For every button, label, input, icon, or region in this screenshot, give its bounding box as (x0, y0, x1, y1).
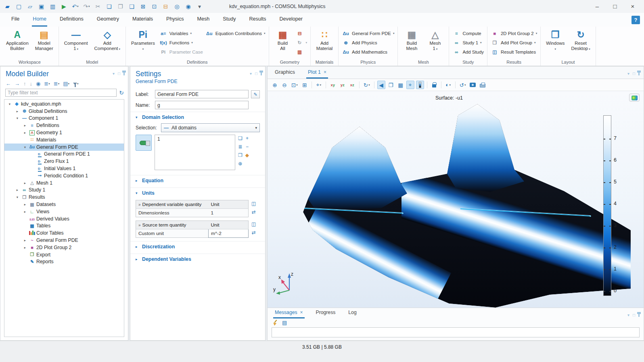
move-up-icon[interactable]: ↑ (23, 81, 26, 87)
build-all-button[interactable]: ▦BuildAll (272, 28, 293, 52)
chevron-right-icon[interactable]: ▸ (22, 181, 28, 185)
tree-item-initial-values-1[interactable]: DInitial Values 1 (4, 165, 124, 172)
tree-item-mesh-1[interactable]: ▸△Mesh 1 (4, 179, 124, 187)
surface-plot[interactable] (268, 91, 644, 308)
tree-item-views[interactable]: ▸∟Views (4, 208, 124, 215)
equation-contributions-button[interactable]: ΔuEquation Contributions▾ (205, 29, 266, 37)
tree-item-results[interactable]: ▾❐Results (4, 193, 124, 201)
tree-item-periodic-condition-1[interactable]: ⊸Periodic Condition 1 (4, 172, 124, 179)
tree-item-datasets[interactable]: ▸▦Datasets (4, 201, 124, 208)
zoom-box-button[interactable]: ⊡▾ (290, 81, 299, 89)
tree-item-general-form-pde[interactable]: ▾ΔuGeneral Form PDE (4, 144, 124, 151)
tree-item-geometry-1[interactable]: ▸AGeometry 1 (4, 129, 124, 136)
view-lock-button[interactable] (430, 81, 438, 89)
tree-item-reports[interactable]: ✎Reports (4, 258, 124, 266)
menu-definitions[interactable]: Definitions (59, 13, 84, 27)
parameter-case-button[interactable]: PiParameter Case (159, 48, 203, 56)
copy-button[interactable]: ❏ (106, 3, 113, 10)
go-to-default-view-button[interactable]: ⌖▾ (315, 81, 323, 89)
tree-item-general-form-pde[interactable]: ▸~General Form PDE (4, 237, 124, 244)
tree-item-materials[interactable]: ∷Materials (4, 136, 124, 144)
model-manager-button[interactable]: ▤ModelManager (33, 28, 55, 52)
zoom-in-button[interactable]: ⊕ (271, 81, 279, 89)
clear-selection-icon[interactable]: ◆ (245, 152, 249, 158)
reset-desktop-button[interactable]: ↻ResetDesktop ▾ (569, 28, 592, 52)
add-to-selection-icon[interactable]: + (246, 135, 249, 141)
source-term-quantity-table[interactable]: »Source term quantity Unit Custom unit m… (136, 221, 249, 238)
add-component-button[interactable]: ◇AddComponent ▾ (92, 28, 122, 52)
add-material-button[interactable]: ∷AddMaterial (314, 28, 335, 52)
windows-button[interactable]: ❐Windows ▾ (544, 28, 567, 52)
tree-item-tables[interactable]: ▦Tables (4, 223, 124, 230)
float-panel-icon[interactable]: □ (633, 313, 635, 317)
view-xz-button[interactable]: xz (348, 81, 356, 89)
menu-materials[interactable]: Materials (132, 13, 154, 27)
chevron-right-icon[interactable]: ▸ (22, 123, 28, 127)
compute-button[interactable]: =Compute (452, 29, 484, 37)
close-icon[interactable]: × (324, 69, 326, 75)
clear-selection-button[interactable]: ⊟ (162, 3, 169, 10)
insert-sequence-button[interactable]: ↻▾ (296, 38, 307, 47)
clear-messages-icon[interactable] (272, 320, 278, 325)
tab-messages[interactable]: Messages× (273, 308, 305, 318)
tree-item-kdv-equation-mph[interactable]: ▾◆kdv_equation.mph (4, 100, 124, 108)
quick-axes-button[interactable]: ⌖ (406, 81, 414, 89)
quick-colorbar-button[interactable] (416, 81, 424, 89)
select-box-button[interactable]: ⊡ (151, 3, 158, 10)
collapse-panel-icon[interactable]: ▾ (113, 71, 115, 76)
chevron-right-icon[interactable]: ▸ (15, 188, 20, 192)
create-selection-icon[interactable]: ❏ (238, 135, 243, 141)
menu-geometry[interactable]: Geometry (96, 13, 120, 27)
replace-unit-icon[interactable]: ⇄ (252, 209, 256, 215)
replace-unit-icon[interactable]: ⇄ (252, 230, 256, 235)
section-discretization[interactable]: ▸ Discretization (130, 241, 265, 252)
tree-item-general-form-pde-1[interactable]: DGeneral Form PDE 1 (4, 151, 124, 158)
model-settings-icon[interactable]: ▤▾ (63, 81, 69, 87)
dependent-variable-quantity-table[interactable]: »Dependent variable quantity Unit Dimens… (136, 200, 249, 217)
run-button[interactable]: ▶ (61, 3, 67, 10)
delete-button[interactable]: ⊠ (140, 3, 146, 10)
edit-table-icon[interactable]: ◫ (251, 221, 256, 227)
selection-dropdown[interactable]: — All domains ▾ (161, 123, 260, 132)
chevron-right-icon[interactable]: ▸ (22, 210, 28, 214)
tab-graphics[interactable]: Graphics (273, 67, 297, 79)
section-domain-selection[interactable]: ▾ Domain Selection (130, 112, 265, 123)
quick-grid-button[interactable]: ▦ (397, 81, 405, 89)
tree-item-2d-plot-group-2[interactable]: ▸■2D Plot Group 2 (4, 244, 124, 251)
redo-button[interactable]: ↷▾ (83, 3, 90, 10)
label-field[interactable] (155, 90, 249, 98)
zoom-out-button[interactable]: ⊖ (280, 81, 289, 89)
find-button[interactable]: ◎ (174, 3, 180, 10)
tree-item-definitions[interactable]: ▸≡Definitions (4, 122, 124, 129)
tab-progress[interactable]: Progress (314, 308, 337, 318)
duplicate-button[interactable]: ❑ (128, 3, 135, 10)
find-replace-button[interactable]: ◉ (185, 3, 192, 10)
float-panel-icon[interactable]: □ (633, 71, 635, 76)
tree-filter-input[interactable] (5, 89, 117, 97)
tree-item-component-1[interactable]: ▾—Component 1 (4, 115, 124, 122)
float-panel-icon[interactable]: □ (255, 71, 257, 76)
collapse-panel-icon[interactable]: ▾ (627, 71, 629, 76)
zoom-extents-button[interactable]: ⊞ (301, 81, 309, 89)
help-button[interactable]: ? (631, 16, 640, 24)
virtual-operations-button[interactable]: ▥ (296, 48, 307, 56)
comsol-logo-button[interactable] (629, 94, 640, 102)
paste-selection-icon[interactable]: ❐ (238, 152, 243, 158)
application-builder-button[interactable]: AApplicationBuilder (4, 28, 31, 52)
collapse-all-icon[interactable]: ≣▾ (54, 81, 59, 87)
plot-area[interactable]: Surface: -u1 (268, 91, 644, 308)
refresh-icon[interactable]: ↻ (119, 89, 124, 96)
chevron-down-icon[interactable]: ▾ (15, 116, 20, 120)
app-icon[interactable]: ▰ (4, 3, 11, 10)
rotate-view-button[interactable]: ↻▾ (362, 81, 371, 89)
view-yz-button[interactable]: yz (339, 81, 347, 89)
general-form-pde-select-button[interactable]: ΔuGeneral Form PDE▾ (342, 29, 394, 37)
update-plot-button[interactable]: ↺▾ (458, 81, 467, 89)
build-mesh-button[interactable]: ▦BuildMesh (401, 28, 422, 52)
chevron-right-icon[interactable]: ▸ (22, 245, 28, 250)
nav-forward-icon[interactable]: → (15, 81, 20, 87)
open-file-button[interactable]: ▱ (27, 3, 33, 10)
pin-panel-icon[interactable] (638, 72, 640, 75)
plot-group-2d-2-button[interactable]: ■2D Plot Group 2▾ (491, 29, 537, 37)
section-equation[interactable]: ▸ Equation (130, 175, 265, 186)
